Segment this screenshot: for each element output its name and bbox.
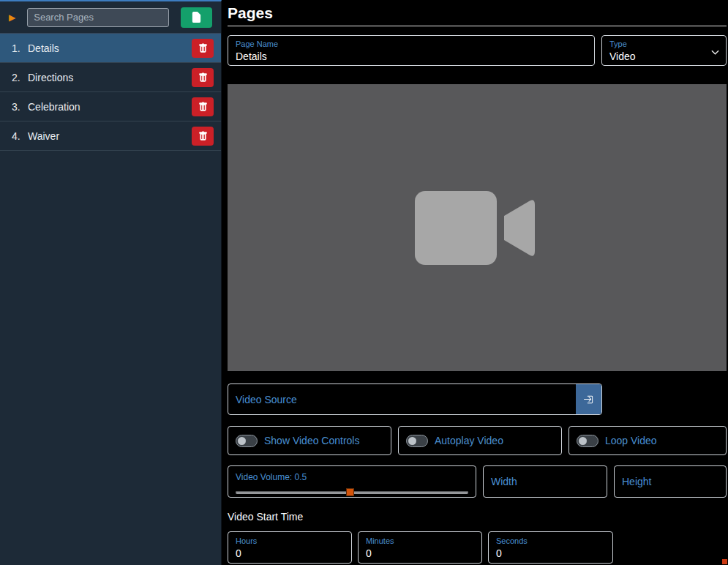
video-start-time-heading: Video Start Time [228, 511, 727, 523]
toggles-row: Show Video Controls Autoplay Video Loop … [228, 426, 727, 455]
main-panel: Pages Page Name Details Type Video Video [222, 0, 728, 565]
page-item-number: 3. [12, 101, 28, 113]
add-page-button[interactable] [181, 7, 212, 28]
volume-size-row: Video Volume: 0.5 Width Height [228, 465, 727, 498]
trash-icon [198, 102, 208, 112]
page-list: 1. Details 2. Directions 3. [0, 34, 221, 151]
autoplay-video-label: Autoplay Video [435, 435, 503, 446]
toggle-knob [408, 437, 416, 445]
height-label: Height [622, 476, 651, 487]
seconds-value: 0 [496, 547, 605, 560]
type-select[interactable]: Type Video [601, 35, 727, 66]
height-field[interactable]: Height [614, 465, 727, 498]
type-value: Video [609, 50, 718, 63]
minutes-field[interactable]: Minutes 0 [358, 531, 482, 564]
name-type-row: Page Name Details Type Video [228, 35, 727, 66]
start-time-row: Hours 0 Minutes 0 Seconds 0 [228, 531, 727, 564]
toggle-knob [238, 437, 246, 445]
autoplay-video-box: Autoplay Video [398, 426, 562, 455]
app-window: ▶ 1. Details 2. Directions [0, 0, 728, 565]
delete-page-button[interactable] [192, 97, 214, 116]
seconds-field[interactable]: Seconds 0 [488, 531, 613, 564]
page-item-number: 1. [12, 42, 28, 54]
show-video-controls-toggle[interactable] [236, 435, 258, 447]
sidebar-item-details[interactable]: 1. Details [0, 34, 221, 63]
video-preview-placeholder [228, 84, 727, 371]
page-item-number: 4. [12, 130, 28, 142]
video-source-field: Video Source [228, 383, 602, 415]
page-item-label: Waiver [28, 130, 59, 142]
hours-value: 0 [236, 547, 344, 560]
video-volume-field: Video Volume: 0.5 [228, 465, 476, 498]
delete-page-button[interactable] [192, 127, 214, 146]
collapse-arrow-icon[interactable]: ▶ [9, 12, 15, 23]
page-item-number: 2. [12, 72, 28, 83]
sidebar-item-directions[interactable]: 2. Directions [0, 63, 221, 92]
search-input[interactable] [27, 8, 169, 27]
seconds-label: Seconds [496, 536, 605, 547]
browse-video-button[interactable] [576, 384, 601, 414]
page-item-label: Celebration [28, 101, 80, 113]
volume-slider-handle[interactable] [346, 488, 354, 496]
show-video-controls-box: Show Video Controls [228, 426, 391, 455]
video-source-input[interactable]: Video Source [228, 384, 576, 414]
page-item-label: Directions [28, 72, 73, 83]
scrollbar-corner [722, 559, 727, 564]
trash-icon [198, 72, 208, 83]
type-label: Type [609, 39, 718, 50]
video-volume-label: Video Volume: 0.5 [236, 472, 307, 482]
loop-video-label: Loop Video [605, 435, 657, 446]
page-title-wrap: Pages [228, 4, 727, 26]
import-icon [583, 394, 594, 405]
minutes-label: Minutes [366, 536, 474, 547]
loop-video-box: Loop Video [568, 426, 727, 455]
sidebar-item-waiver[interactable]: 4. Waiver [0, 121, 221, 151]
video-volume-value: 0.5 [295, 472, 307, 482]
page-name-field[interactable]: Page Name Details [228, 35, 595, 66]
hours-field[interactable]: Hours 0 [228, 531, 352, 564]
new-page-icon [191, 12, 202, 23]
toggle-knob [579, 437, 587, 445]
width-field[interactable]: Width [483, 465, 607, 498]
volume-slider[interactable] [236, 488, 468, 496]
minutes-value: 0 [366, 547, 474, 560]
trash-icon [198, 43, 208, 53]
hours-label: Hours [236, 536, 344, 547]
video-camera-icon [415, 190, 539, 266]
delete-page-button[interactable] [192, 39, 214, 58]
chevron-down-icon [711, 50, 719, 55]
sidebar: ▶ 1. Details 2. Directions [0, 0, 222, 565]
sidebar-item-celebration[interactable]: 3. Celebration [0, 92, 221, 121]
page-title: Pages [228, 4, 727, 22]
sidebar-header: ▶ [0, 1, 221, 34]
width-label: Width [491, 476, 517, 487]
trash-icon [198, 131, 208, 141]
page-name-value: Details [236, 50, 587, 63]
delete-page-button[interactable] [192, 68, 214, 87]
loop-video-toggle[interactable] [577, 435, 598, 447]
show-video-controls-label: Show Video Controls [264, 435, 359, 446]
page-name-label: Page Name [236, 39, 587, 50]
page-item-label: Details [28, 42, 59, 54]
autoplay-video-toggle[interactable] [406, 435, 428, 447]
